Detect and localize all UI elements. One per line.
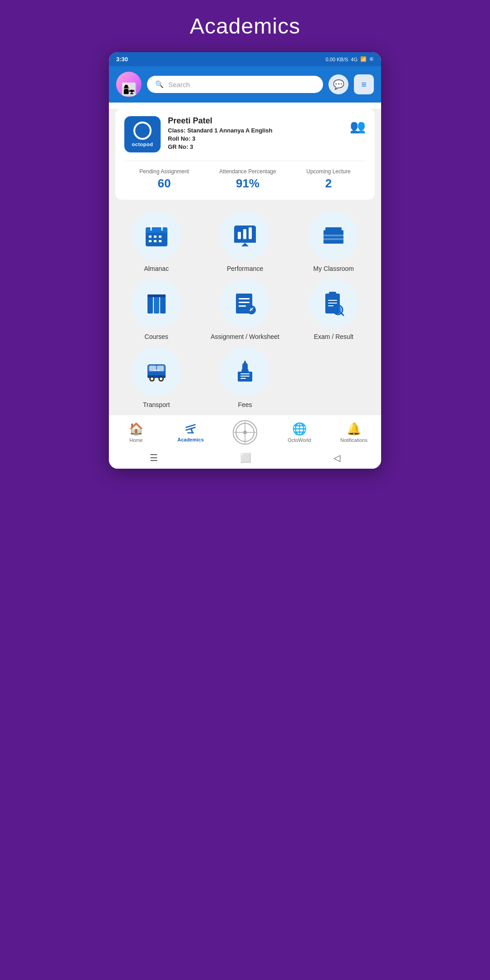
app-logo: octopod	[124, 116, 161, 152]
svg-rect-15	[249, 227, 252, 239]
menu-icon: ≡	[361, 79, 367, 90]
svg-rect-51	[154, 370, 159, 371]
svg-rect-8	[154, 240, 157, 242]
svg-point-50	[160, 377, 162, 380]
courses-icon-circle	[132, 279, 181, 328]
nav-octoworld[interactable]: 🌐 OctoWorld	[284, 422, 315, 443]
menu-item-courses[interactable]: Courses	[115, 279, 197, 340]
attendance-value: 91%	[219, 176, 276, 191]
svg-rect-6	[159, 235, 162, 238]
svg-rect-55	[240, 378, 246, 379]
fees-icon	[232, 359, 258, 384]
profile-top: octopod Preeti Patel Class: Standard 1 A…	[124, 116, 366, 152]
svg-rect-7	[149, 240, 152, 242]
student-name: Preeti Patel	[168, 116, 350, 126]
menu-item-fees[interactable]: Fees	[204, 347, 286, 408]
assignment-icon	[232, 291, 258, 316]
transport-icon	[144, 359, 169, 384]
search-placeholder: Search	[168, 81, 190, 88]
svg-rect-61	[191, 428, 193, 432]
notifications-nav-label: Notifications	[340, 437, 368, 443]
profile-info: Preeti Patel Class: Standard 1 Annanya A…	[161, 116, 350, 150]
lecture-label: Upcoming Lecture	[306, 168, 350, 175]
stat-lecture: Upcoming Lecture 2	[306, 168, 350, 191]
svg-rect-4	[149, 235, 152, 238]
battery-icon: ⑥	[369, 56, 374, 62]
class-label: Class:	[168, 127, 186, 134]
svg-rect-57	[244, 361, 246, 364]
performance-label: Performance	[227, 265, 263, 272]
octoworld-nav-label: OctoWorld	[288, 437, 311, 443]
notifications-nav-icon: 🔔	[347, 422, 361, 436]
svg-rect-29	[239, 302, 250, 303]
svg-rect-54	[240, 376, 250, 377]
courses-icon	[144, 291, 169, 316]
performance-icon-circle	[220, 211, 270, 260]
roll-label: Roll No:	[168, 135, 191, 142]
pending-value: 60	[139, 176, 189, 191]
exam-icon-circle	[309, 279, 358, 328]
gr-value: 3	[190, 143, 193, 150]
svg-rect-9	[159, 240, 162, 242]
pending-label: Pending Assignment	[139, 168, 189, 175]
student-roll: Roll No: 3	[168, 135, 350, 142]
status-right: 0.00 KB/S 4G 📶 ⑥	[326, 56, 374, 62]
network-type: 4G	[351, 57, 358, 62]
svg-line-41	[341, 313, 343, 315]
gr-label: GR No:	[168, 143, 188, 150]
group-icon[interactable]: 👥	[350, 119, 366, 134]
almanac-icon-circle	[132, 211, 181, 260]
nav-notifications[interactable]: 🔔 Notifications	[338, 422, 370, 443]
menu-item-exam[interactable]: Exam / Result	[293, 279, 375, 340]
android-home-btn[interactable]: ⬜	[240, 452, 251, 463]
home-nav-icon: 🏠	[129, 422, 143, 436]
chat-icon: 💬	[333, 79, 344, 90]
menu-button[interactable]: ≡	[354, 74, 374, 94]
menu-item-performance[interactable]: Performance	[204, 211, 286, 272]
search-bar[interactable]: 🔍 Search	[147, 76, 323, 93]
assignment-label: Assignment / Worksheet	[211, 333, 279, 340]
attendance-label: Attendance Percentage	[219, 168, 276, 175]
svg-rect-38	[328, 305, 333, 306]
performance-icon	[232, 223, 258, 248]
avatar[interactable]: 👩‍👧	[116, 72, 142, 97]
menu-item-assignment[interactable]: Assignment / Worksheet	[204, 279, 286, 340]
svg-rect-30	[239, 305, 246, 307]
android-back-btn[interactable]: ◁	[333, 452, 340, 463]
stat-pending: Pending Assignment 60	[139, 168, 189, 191]
svg-line-58	[186, 425, 195, 427]
svg-rect-23	[147, 294, 153, 314]
fees-icon-circle	[220, 347, 270, 397]
transport-icon-circle	[132, 347, 181, 397]
stat-attendance: Attendance Percentage 91%	[219, 168, 276, 191]
phone-frame: 3:30 0.00 KB/S 4G 📶 ⑥ 👩‍👧 🔍 Search 💬 ≡	[109, 52, 381, 469]
signal-icon: 📶	[360, 56, 367, 62]
menu-item-transport[interactable]: Transport	[115, 347, 197, 408]
app-header: 👩‍👧 🔍 Search 💬 ≡	[109, 66, 381, 103]
logo-text: octopod	[132, 142, 153, 147]
android-menu-btn[interactable]: ☰	[150, 452, 158, 463]
svg-rect-18	[323, 235, 343, 236]
nav-home[interactable]: 🏠 Home	[120, 422, 152, 443]
assignment-icon-circle	[220, 279, 270, 328]
exam-label: Exam / Result	[314, 333, 353, 340]
classroom-icon	[321, 223, 346, 248]
svg-rect-22	[325, 227, 342, 230]
nav-academics[interactable]: Academics	[175, 423, 206, 442]
svg-rect-26	[147, 294, 166, 297]
chat-button[interactable]: 💬	[328, 74, 348, 94]
logo-ring	[133, 122, 152, 140]
almanac-icon	[144, 223, 169, 248]
bottom-nav: 🏠 Home Academics	[109, 415, 381, 448]
nav-center[interactable]	[229, 420, 261, 445]
class-value: Standard 1 Annanya A English	[187, 127, 273, 134]
octoworld-nav-icon: 🌐	[292, 422, 307, 436]
almanac-label: Almanac	[144, 265, 168, 272]
svg-rect-36	[328, 300, 337, 301]
exam-icon	[321, 291, 346, 316]
svg-rect-13	[238, 232, 241, 239]
menu-item-almanac[interactable]: Almanac	[115, 211, 197, 272]
courses-label: Courses	[145, 333, 168, 340]
menu-item-classroom[interactable]: My Classroom	[293, 211, 375, 272]
center-nav-icon	[232, 420, 258, 445]
